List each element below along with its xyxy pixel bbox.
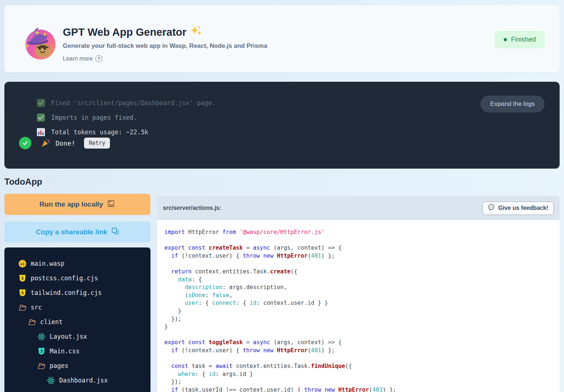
file-tree-panel: =)main.waspSpostcss.config.cjsStailwind.… — [4, 247, 150, 392]
run-app-locally-button[interactable]: Run the app locally — [4, 194, 150, 215]
copy-icon — [111, 227, 119, 237]
tree-label: postcss.config.cjs — [31, 274, 98, 282]
tree-item-dashboard-jsx[interactable]: Dashboard.jsx — [4, 373, 150, 388]
tree-item-client[interactable]: client — [4, 315, 150, 329]
code-line: return context.entities.Task.create({ — [164, 268, 560, 276]
generation-log-panel: Fixed 'src/client/pages/Dashboard.jsx' p… — [4, 82, 560, 169]
svg-text:S: S — [21, 291, 24, 295]
code-line: where: { id: args.id } — [164, 370, 560, 378]
folder-icon — [28, 318, 36, 326]
log-text: Imports in pages fixed. — [51, 114, 137, 121]
chart-icon — [37, 128, 45, 137]
run-app-label: Run the app locally — [39, 200, 103, 208]
success-check-icon — [19, 137, 31, 149]
code-line: }); — [164, 315, 560, 323]
tree-item-pages[interactable]: pages — [4, 358, 150, 373]
js-shield-icon: S — [18, 289, 27, 297]
tree-label: main.wasp — [31, 260, 64, 267]
status-badge: Finished — [495, 31, 545, 49]
css-shield-icon: 3 — [37, 347, 46, 356]
code-line — [164, 331, 560, 339]
tree-item-src[interactable]: src — [4, 300, 150, 315]
tree-label: Layout.jsx — [50, 333, 87, 340]
code-line — [164, 237, 560, 245]
tree-item-postcss-config-cjs[interactable]: Spostcss.config.cjs — [4, 271, 150, 285]
tree-item-layout-jsx[interactable]: Layout.jsx — [4, 329, 150, 344]
tree-item-main-css[interactable]: 3Main.css — [4, 344, 150, 358]
svg-text:S: S — [21, 276, 24, 281]
tree-item-tailwind-config-cjs[interactable]: Stailwind.config.cjs — [4, 285, 150, 300]
tree-label: tailwind.config.cjs — [31, 289, 102, 296]
folder-icon — [18, 303, 27, 312]
file-tree-list: =)main.waspSpostcss.config.cjsStailwind.… — [4, 256, 150, 388]
svg-text:=): =) — [20, 262, 24, 266]
code-header: src/server/actions.js: Give us feedback! — [157, 196, 560, 220]
react-icon — [47, 376, 55, 385]
code-line: }); — [164, 378, 560, 386]
code-line: data: { — [164, 276, 560, 284]
code-content: import HttpError from '@wasp/core/HttpEr… — [157, 220, 560, 392]
done-row: Done! Retry — [19, 137, 110, 149]
code-line: } — [164, 323, 560, 331]
svg-text:3: 3 — [40, 349, 43, 354]
folder-icon — [37, 362, 46, 370]
log-text: Fixed 'src/client/pages/Dashboard.jsx' p… — [51, 99, 216, 107]
code-line: isDone: false, — [164, 292, 560, 300]
sparkles-icon — [190, 26, 202, 39]
log-text: Total tokens usage: ~22.5k — [51, 128, 148, 136]
log-line: Imports in pages fixed. — [37, 110, 216, 125]
code-line — [164, 260, 560, 268]
check-icon — [37, 113, 45, 122]
tree-label: Main.css — [50, 347, 80, 355]
js-shield-icon: S — [18, 274, 27, 283]
code-line: if (!context.user) { throw new HttpError… — [164, 347, 560, 355]
status-dot-icon — [504, 38, 507, 41]
code-line: description: args.description, — [164, 284, 560, 292]
laptop-icon — [107, 200, 115, 209]
code-line: const task = await context.entities.Task… — [164, 362, 560, 370]
page-title-text: GPT Web App Generator — [63, 26, 186, 38]
done-text: Done! — [56, 139, 75, 147]
log-line: Fixed 'src/client/pages/Dashboard.jsx' p… — [37, 96, 216, 110]
code-line: if (!context.user) { throw new HttpError… — [164, 252, 560, 260]
check-icon — [37, 99, 45, 107]
code-line: export const toggleTask = async (args, c… — [164, 339, 560, 347]
app-name-heading: TodoApp — [4, 177, 42, 187]
copy-link-label: Copy a shareable link — [36, 228, 107, 236]
page-subtitle: Generate your full-stack web app in Wasp… — [63, 42, 267, 50]
code-file-label: src/server/actions.js: — [163, 205, 221, 211]
retry-button[interactable]: Retry — [84, 138, 110, 149]
react-icon — [37, 333, 46, 341]
tree-label: Dashboard.jsx — [59, 377, 108, 384]
code-line: import HttpError from '@wasp/core/HttpEr… — [164, 228, 560, 237]
tree-label: src — [31, 304, 42, 311]
speech-bubble-icon — [488, 204, 495, 212]
feedback-button[interactable]: Give us feedback! — [482, 201, 554, 215]
question-circle-icon: ? — [95, 55, 102, 62]
learn-more-link[interactable]: Learn more ? — [63, 55, 102, 62]
copy-shareable-link-button[interactable]: Copy a shareable link — [4, 222, 150, 242]
tree-label: client — [40, 318, 62, 326]
code-line — [164, 355, 560, 363]
learn-more-label: Learn more — [63, 55, 93, 62]
status-badge-label: Finished — [511, 36, 536, 43]
expand-logs-button[interactable]: Expand the logs — [480, 96, 545, 112]
tree-item-main-wasp[interactable]: =)main.wasp — [4, 256, 150, 271]
code-line: export const createTask = async (args, c… — [164, 244, 560, 252]
page-title: GPT Web App Generator — [63, 26, 267, 39]
code-line: user: { connect: { id: context.user.id }… — [164, 299, 560, 307]
tree-label: pages — [50, 362, 68, 369]
code-panel: src/server/actions.js: Give us feedback!… — [157, 196, 560, 392]
party-popper-icon — [41, 138, 50, 148]
code-line: } — [164, 307, 560, 315]
code-line: if (task.userId !== context.user.id) { t… — [164, 386, 560, 392]
wasp-icon: =) — [18, 260, 27, 268]
feedback-label: Give us feedback! — [498, 205, 548, 211]
log-lines: Fixed 'src/client/pages/Dashboard.jsx' p… — [37, 96, 216, 139]
wasp-mage-mascot-logo — [23, 25, 58, 61]
header-card: GPT Web App Generator Generate your full… — [4, 5, 560, 72]
